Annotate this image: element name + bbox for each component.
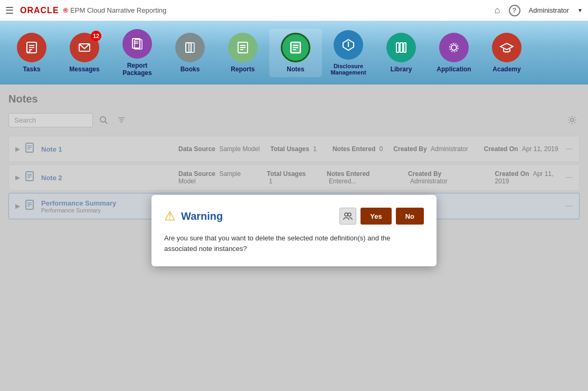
nav-item-messages[interactable]: 12 Messages bbox=[58, 29, 111, 77]
application-icon bbox=[439, 33, 469, 62]
svg-point-47 bbox=[348, 213, 351, 216]
nav-item-academy[interactable]: Academy bbox=[480, 29, 533, 77]
messages-label: Messages bbox=[69, 66, 99, 73]
help-icon[interactable]: ? bbox=[509, 5, 520, 16]
user-label[interactable]: Administrator bbox=[529, 6, 570, 14]
books-icon bbox=[175, 33, 205, 62]
tasks-icon bbox=[17, 33, 46, 62]
notes-icon bbox=[281, 33, 310, 62]
people-button[interactable] bbox=[339, 208, 356, 225]
academy-label: Academy bbox=[492, 66, 520, 73]
svg-rect-23 bbox=[400, 43, 403, 52]
nav-item-tasks[interactable]: Tasks bbox=[5, 29, 58, 77]
svg-rect-9 bbox=[186, 43, 191, 52]
nav-item-library[interactable]: Library bbox=[375, 29, 428, 77]
notes-label: Notes bbox=[287, 66, 304, 73]
oracle-logo: ORACLE bbox=[20, 6, 59, 15]
home-icon[interactable]: ⌂ bbox=[495, 5, 500, 16]
main-content: Notes ▶ Note 1 Data Source Sample Model bbox=[0, 85, 588, 391]
dialog-actions: Yes No bbox=[339, 208, 424, 225]
nav-item-reports[interactable]: Reports bbox=[216, 29, 269, 77]
hamburger-menu[interactable]: ☰ bbox=[5, 5, 14, 16]
application-label: Application bbox=[437, 66, 471, 73]
no-button[interactable]: No bbox=[396, 208, 424, 225]
warning-dialog: ⚠ Warning Yes No Are you sure that you w… bbox=[151, 195, 437, 266]
svg-point-25 bbox=[451, 45, 457, 50]
user-caret[interactable]: ▼ bbox=[577, 7, 583, 13]
library-label: Library bbox=[391, 66, 412, 73]
nav-item-report-packages[interactable]: Report Packages bbox=[111, 25, 164, 81]
disclosure-label: Disclosure Management bbox=[324, 63, 373, 76]
nav-item-application[interactable]: Application bbox=[428, 29, 480, 77]
nav-item-notes[interactable]: Notes bbox=[269, 29, 322, 77]
reports-icon bbox=[228, 33, 258, 62]
svg-point-46 bbox=[345, 213, 348, 216]
nav-item-disclosure[interactable]: Disclosure Management bbox=[322, 26, 375, 80]
oracle-trademark: ® bbox=[63, 6, 69, 14]
nav-bar: Tasks 12 Messages Report Packages Books … bbox=[0, 21, 588, 85]
dialog-header: ⚠ Warning Yes No bbox=[164, 208, 424, 225]
top-bar: ☰ ORACLE ® EPM Cloud Narrative Reporting… bbox=[0, 0, 588, 21]
academy-icon bbox=[492, 33, 521, 62]
disclosure-icon bbox=[334, 30, 363, 60]
report-packages-label: Report Packages bbox=[113, 62, 162, 77]
messages-badge: 12 bbox=[91, 31, 101, 41]
svg-point-21 bbox=[348, 42, 349, 43]
tasks-label: Tasks bbox=[23, 66, 40, 73]
library-icon bbox=[386, 33, 416, 62]
dialog-title: Warning bbox=[181, 210, 223, 222]
svg-rect-24 bbox=[404, 43, 406, 52]
report-packages-icon bbox=[122, 29, 152, 59]
top-right-actions: ⌂ ? Administrator ▼ bbox=[495, 5, 583, 16]
books-label: Books bbox=[181, 66, 200, 73]
warning-icon: ⚠ bbox=[164, 209, 176, 224]
nav-item-books[interactable]: Books bbox=[164, 29, 216, 77]
reports-label: Reports bbox=[231, 66, 254, 73]
app-title: EPM Cloud Narrative Reporting bbox=[70, 6, 166, 14]
svg-rect-22 bbox=[396, 43, 399, 52]
dialog-body: Are you sure that you want to delete the… bbox=[164, 233, 424, 254]
svg-marker-27 bbox=[500, 43, 513, 50]
yes-button[interactable]: Yes bbox=[361, 208, 391, 225]
